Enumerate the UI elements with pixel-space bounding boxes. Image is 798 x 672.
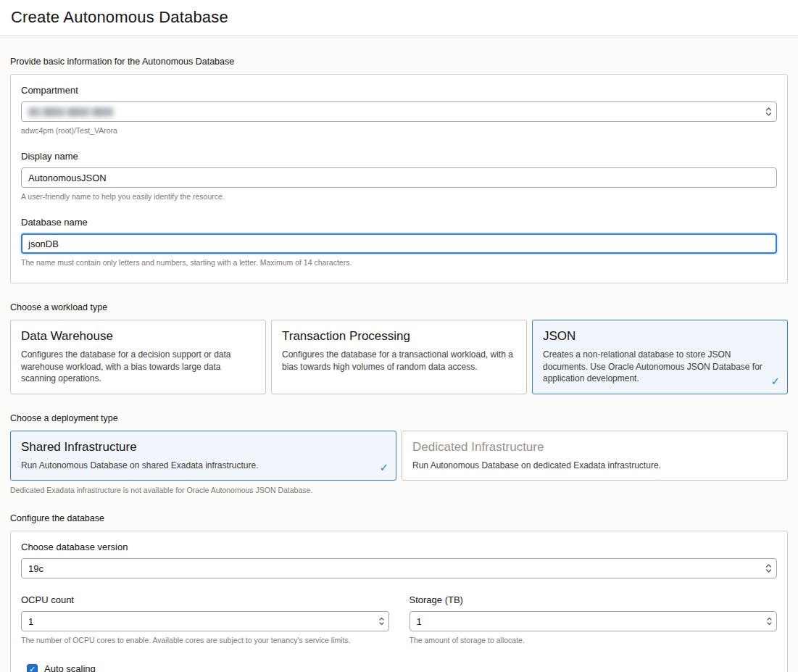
deployment-note: Dedicated Exadata infrastructure is not …	[10, 486, 788, 494]
compartment-label: Compartment	[21, 85, 777, 96]
database-name-field-group: Database name jsonDB The name must conta…	[21, 217, 777, 267]
compartment-field-group: Compartment adwc4pm (root)/Test_VArora	[21, 85, 777, 135]
storage-label: Storage (TB)	[410, 594, 778, 605]
ocpu-helper: The number of OCPU cores to enable. Avai…	[21, 636, 389, 644]
basic-info-panel: Compartment adwc4pm (root)/Test_VArora D…	[10, 74, 788, 283]
workload-card-transaction-processing[interactable]: Transaction Processing Configures the da…	[271, 320, 527, 394]
deployment-card-description: Run Autonomous Database on shared Exadat…	[21, 460, 386, 472]
ocpu-storage-row: OCPU count 1 The number of OCPU cores to…	[21, 594, 777, 644]
compartment-value-redacted	[28, 107, 114, 117]
display-name-label: Display name	[21, 151, 777, 162]
workload-card-data-warehouse[interactable]: Data Warehouse Configures the database f…	[10, 320, 266, 394]
deployment-card-description: Run Autonomous Database on dedicated Exa…	[412, 460, 777, 472]
compartment-helper: adwc4pm (root)/Test_VArora	[21, 126, 777, 135]
display-name-input[interactable]: AutonomousJSON	[21, 167, 777, 188]
chevron-up-down-icon	[765, 106, 773, 117]
deployment-card-dedicated: Dedicated Infrastructure Run Autonomous …	[402, 431, 788, 481]
database-version-value: 19c	[28, 563, 43, 574]
database-name-value: jsonDB	[28, 238, 59, 249]
selected-check-icon: ✓	[770, 375, 780, 388]
database-name-input[interactable]: jsonDB	[21, 233, 777, 254]
workload-card-json[interactable]: JSON Creates a non-relational database t…	[532, 320, 788, 394]
display-name-helper: A user-friendly name to help you easily …	[21, 192, 777, 201]
storage-helper: The amount of storage to allocate.	[410, 636, 778, 644]
configure-section-label: Configure the database	[10, 513, 788, 523]
workload-card-description: Configures the database for a transactio…	[282, 349, 516, 373]
ocpu-count-input[interactable]: 1	[21, 611, 389, 631]
deployment-card-row: Shared Infrastructure Run Autonomous Dat…	[10, 431, 788, 481]
auto-scaling-row: ✓ Auto scaling	[27, 663, 777, 672]
storage-value: 1	[417, 616, 422, 627]
checkbox-check-icon: ✓	[29, 665, 36, 672]
workload-card-title: Data Warehouse	[21, 329, 255, 344]
basic-info-section-label: Provide basic information for the Autono…	[10, 57, 788, 67]
workload-card-description: Configures the database for a decision s…	[21, 349, 255, 385]
database-version-select[interactable]: 19c	[21, 558, 777, 578]
auto-scaling-label: Auto scaling	[44, 663, 96, 672]
display-name-field-group: Display name AutonomousJSON A user-frien…	[21, 151, 777, 201]
display-name-value: AutonomousJSON	[28, 173, 107, 183]
workload-card-title: Transaction Processing	[282, 329, 516, 344]
workload-card-title: JSON	[543, 329, 777, 344]
auto-scaling-checkbox[interactable]: ✓	[27, 664, 38, 672]
page-header: Create Autonomous Database	[0, 0, 798, 36]
workload-card-row: Data Warehouse Configures the database f…	[10, 320, 788, 394]
database-name-label: Database name	[21, 217, 777, 228]
chevron-up-down-icon	[765, 563, 773, 574]
ocpu-count-value: 1	[28, 616, 33, 627]
deployment-card-title: Dedicated Infrastructure	[412, 440, 777, 455]
deployment-card-shared[interactable]: Shared Infrastructure Run Autonomous Dat…	[10, 431, 396, 481]
deployment-section-label: Choose a deployment type	[10, 413, 788, 423]
page-title: Create Autonomous Database	[11, 8, 787, 27]
storage-field-group: Storage (TB) 1 The amount of storage to …	[410, 594, 778, 644]
storage-input[interactable]: 1	[410, 611, 778, 631]
workload-section-label: Choose a workload type	[10, 302, 788, 312]
version-field-group: Choose database version 19c	[21, 542, 777, 578]
form-content: Provide basic information for the Autono…	[0, 57, 798, 672]
database-name-helper: The name must contain only letters and n…	[21, 258, 777, 267]
selected-check-icon: ✓	[379, 461, 388, 474]
workload-card-description: Creates a non-relational database to sto…	[543, 349, 777, 385]
number-stepper-icon[interactable]	[766, 616, 773, 626]
deployment-card-title: Shared Infrastructure	[21, 440, 386, 455]
compartment-select[interactable]	[21, 101, 777, 122]
number-stepper-icon[interactable]	[378, 616, 385, 626]
configure-panel: Choose database version 19c OCPU count 1	[10, 531, 788, 672]
version-label: Choose database version	[21, 542, 777, 552]
ocpu-label: OCPU count	[21, 594, 389, 605]
ocpu-field-group: OCPU count 1 The number of OCPU cores to…	[21, 594, 389, 644]
